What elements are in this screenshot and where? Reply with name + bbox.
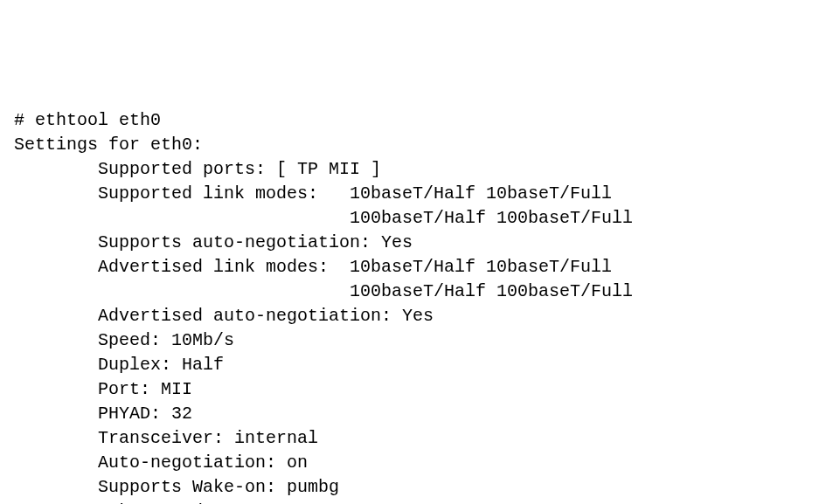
supported-link-modes-value1: 10baseT/Half 10baseT/Full bbox=[350, 183, 612, 204]
supported-ports-value: [ TP MII ] bbox=[276, 159, 381, 179]
autoneg-value: on bbox=[287, 452, 308, 473]
transceiver-line: Transceiver: internal bbox=[14, 426, 819, 451]
supported-link-modes-label: Supported link modes: bbox=[98, 183, 350, 204]
supports-autoneg-line: Supports auto-negotiation: Yes bbox=[14, 231, 819, 255]
speed-value: 10Mb/s bbox=[171, 330, 234, 350]
command-text: ethtool eth0 bbox=[35, 110, 161, 130]
advertised-link-modes-line2: 100baseT/Half 100baseT/Full bbox=[14, 280, 819, 304]
supports-wol-value: pumbg bbox=[287, 477, 339, 497]
phyad-value: 32 bbox=[171, 404, 192, 424]
prompt: # bbox=[14, 110, 35, 130]
advertised-link-modes-value2: 100baseT/Half 100baseT/Full bbox=[350, 281, 633, 301]
phyad-line: PHYAD: 32 bbox=[14, 402, 819, 426]
port-value: MII bbox=[161, 379, 192, 399]
duplex-value: Half bbox=[182, 355, 224, 375]
advertised-autoneg-label: Advertised auto-negotiation: bbox=[98, 306, 402, 326]
duplex-label: Duplex: bbox=[98, 355, 182, 375]
supports-autoneg-value: Yes bbox=[381, 232, 413, 252]
speed-line: Speed: 10Mb/s bbox=[14, 328, 819, 353]
advertised-link-modes-label: Advertised link modes: bbox=[98, 257, 350, 277]
port-line: Port: MII bbox=[14, 377, 819, 402]
advertised-link-modes-value1: 10baseT/Half 10baseT/Full bbox=[350, 257, 612, 277]
advertised-autoneg-line: Advertised auto-negotiation: Yes bbox=[14, 304, 819, 328]
transceiver-label: Transceiver: bbox=[98, 428, 234, 448]
supports-autoneg-label: Supports auto-negotiation: bbox=[98, 232, 381, 252]
supports-wol-label: Supports Wake-on: bbox=[98, 477, 287, 497]
autoneg-line: Auto-negotiation: on bbox=[14, 451, 819, 475]
advertised-link-modes-line1: Advertised link modes: 10baseT/Half 10ba… bbox=[14, 255, 819, 280]
settings-header: Settings for eth0: bbox=[14, 133, 819, 157]
transceiver-value: internal bbox=[234, 428, 318, 448]
advertised-autoneg-value: Yes bbox=[402, 306, 434, 326]
phyad-label: PHYAD: bbox=[98, 404, 171, 424]
supports-wol-line: Supports Wake-on: pumbg bbox=[14, 475, 819, 500]
supported-link-modes-value2: 100baseT/Half 100baseT/Full bbox=[350, 208, 633, 228]
supported-ports-label: Supported ports: bbox=[98, 159, 276, 179]
speed-label: Speed: bbox=[98, 330, 171, 350]
terminal-output: # ethtool eth0Settings for eth0: Support… bbox=[14, 108, 819, 504]
wol-line: Wake-on: d bbox=[14, 500, 819, 504]
supported-ports-line: Supported ports: [ TP MII ] bbox=[14, 157, 819, 182]
port-label: Port: bbox=[98, 379, 161, 399]
command-line: # ethtool eth0 bbox=[14, 108, 819, 133]
autoneg-label: Auto-negotiation: bbox=[98, 452, 287, 473]
supported-link-modes-line2: 100baseT/Half 100baseT/Full bbox=[14, 206, 819, 231]
duplex-line: Duplex: Half bbox=[14, 353, 819, 377]
supported-link-modes-line1: Supported link modes: 10baseT/Half 10bas… bbox=[14, 182, 819, 206]
